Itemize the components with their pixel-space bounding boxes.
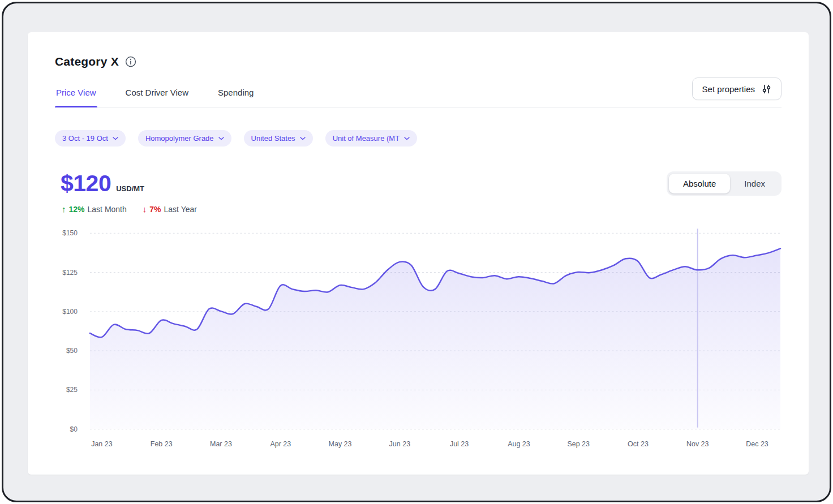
svg-text:$50: $50 — [66, 347, 78, 355]
main-card: Category X Price View Cost Driver View S… — [28, 32, 809, 475]
price-changes: ↑ 12% Last Month ↓ 7% Last Year — [55, 204, 197, 214]
change-label: Last Month — [88, 205, 127, 214]
app-frame: Category X Price View Cost Driver View S… — [2, 2, 831, 502]
filter-label: United States — [251, 134, 295, 143]
filter-grade[interactable]: Homopolymer Grade — [138, 130, 231, 147]
svg-text:$25: $25 — [66, 386, 78, 394]
change-last-month: ↑ 12% Last Month — [62, 204, 127, 214]
change-pct: 7% — [149, 205, 161, 214]
svg-text:Apr 23: Apr 23 — [270, 440, 291, 448]
change-label: Last Year — [164, 205, 197, 214]
svg-text:$150: $150 — [62, 229, 78, 237]
arrow-up-icon: ↑ — [62, 204, 66, 214]
filter-unit-of-measure[interactable]: Unit of Measure (MT — [325, 130, 417, 147]
chevron-down-icon — [113, 137, 118, 140]
sliders-icon — [762, 84, 771, 94]
price-block: $120 USD/MT ↑ 12% Last Month ↓ 7% Last Y… — [55, 170, 197, 214]
svg-text:Nov 23: Nov 23 — [686, 440, 709, 448]
arrow-down-icon: ↓ — [143, 204, 147, 214]
tab-price-view[interactable]: Price View — [55, 82, 97, 107]
svg-text:Jan 23: Jan 23 — [91, 440, 113, 448]
tab-cost-driver-view[interactable]: Cost Driver View — [124, 82, 190, 107]
svg-text:Sep 23: Sep 23 — [567, 440, 590, 448]
info-icon[interactable] — [125, 56, 136, 67]
price-summary: $120 USD/MT ↑ 12% Last Month ↓ 7% Last Y… — [55, 170, 782, 214]
change-pct: 12% — [69, 205, 85, 214]
svg-text:Oct 23: Oct 23 — [628, 440, 649, 448]
chevron-down-icon — [300, 137, 306, 140]
svg-text:Feb 23: Feb 23 — [151, 440, 173, 448]
svg-text:Dec 23: Dec 23 — [746, 440, 768, 448]
toggle-absolute[interactable]: Absolute — [669, 174, 730, 193]
page-title: Category X — [55, 55, 119, 68]
price-chart[interactable]: $150$125$100$50$25$0Jan 23Feb 23Mar 23Ap… — [55, 223, 782, 450]
chart-area: $150$125$100$50$25$0Jan 23Feb 23Mar 23Ap… — [55, 223, 782, 450]
svg-text:Mar 23: Mar 23 — [210, 440, 232, 448]
filter-region[interactable]: United States — [244, 130, 313, 147]
change-last-year: ↓ 7% Last Year — [143, 204, 197, 214]
svg-text:Jul 23: Jul 23 — [450, 440, 469, 448]
chevron-down-icon — [404, 137, 410, 140]
tab-spending[interactable]: Spending — [217, 82, 255, 107]
chevron-down-icon — [218, 137, 224, 140]
svg-text:May 23: May 23 — [329, 440, 352, 448]
view-toggle: Absolute Index — [667, 171, 782, 196]
svg-text:$100: $100 — [62, 308, 78, 316]
toggle-index[interactable]: Index — [730, 174, 779, 193]
svg-text:$125: $125 — [62, 269, 78, 277]
price-unit: USD/MT — [116, 184, 144, 193]
current-price: $120 — [61, 170, 111, 197]
tab-bar: Price View Cost Driver View Spending Set… — [55, 82, 782, 107]
svg-text:Jun 23: Jun 23 — [389, 440, 411, 448]
header: Category X — [55, 55, 782, 68]
filter-bar: 3 Oct - 19 Oct Homopolymer Grade United … — [55, 130, 782, 147]
set-properties-button[interactable]: Set properties — [692, 77, 782, 100]
svg-text:Aug 23: Aug 23 — [508, 440, 530, 448]
filter-label: Homopolymer Grade — [145, 134, 214, 143]
filter-label: 3 Oct - 19 Oct — [62, 134, 108, 143]
svg-text:$0: $0 — [70, 425, 78, 433]
filter-date-range[interactable]: 3 Oct - 19 Oct — [55, 130, 126, 147]
set-properties-label: Set properties — [702, 84, 755, 94]
filter-label: Unit of Measure (MT — [333, 134, 400, 143]
